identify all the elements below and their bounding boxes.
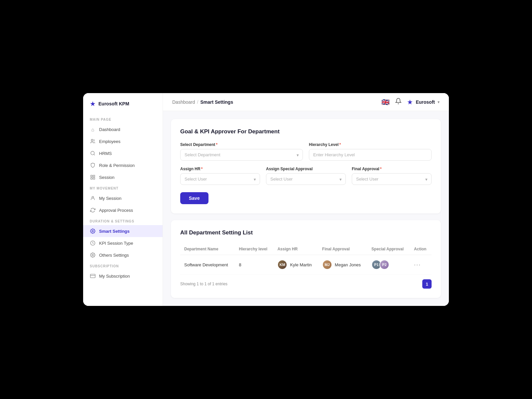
user-star-icon: ★ — [407, 98, 413, 106]
svg-point-1 — [91, 151, 94, 155]
sidebar-section-main: Main Page — [83, 114, 163, 123]
hierarchy-level-group: Hierarchy Level* — [309, 142, 432, 161]
assign-hr-group: Assign HR* Select User — [180, 167, 260, 185]
breadcrumb-home: Dashboard — [172, 99, 195, 105]
final-approval-input[interactable]: Select User — [352, 173, 432, 185]
breadcrumb: Dashboard / Smart Settings — [172, 99, 233, 105]
employees-icon — [90, 138, 96, 144]
subscription-icon — [90, 273, 96, 279]
table-container: Department Name Hierarchy level Assign H… — [180, 243, 432, 275]
col-assign-hr: Assign HR — [273, 243, 318, 255]
final-approval-wrapper: Select User — [352, 173, 432, 185]
assign-special-input[interactable]: Select User — [266, 173, 346, 185]
svg-rect-6 — [93, 178, 95, 179]
assign-special-group: Assign Special Approval Select User — [266, 167, 346, 185]
pagination: 1 — [422, 279, 432, 289]
cell-special-approval: P1 P2 — [367, 255, 410, 275]
svg-rect-4 — [93, 175, 95, 177]
sidebar-logo: ★ Eurosoft KPM — [83, 100, 163, 114]
smart-settings-icon — [90, 228, 96, 234]
final-approval-group: Final Approval* Select User — [352, 167, 432, 185]
sidebar-item-smart-settings[interactable]: Smart Settings — [83, 225, 163, 237]
table-card: All Department Setting List Department N… — [171, 220, 441, 298]
sidebar-item-my-session[interactable]: My Session — [83, 192, 163, 204]
sidebar-label-kpi: KPI Session Type — [99, 241, 133, 246]
svg-point-8 — [92, 230, 93, 232]
svg-rect-11 — [90, 274, 95, 278]
page-content: Goal & KPI Approver For Department Selec… — [163, 111, 449, 306]
table-header-row: Department Name Hierarchy level Assign H… — [180, 243, 432, 255]
my-session-icon — [90, 195, 96, 201]
logo-star-icon: ★ — [90, 100, 96, 108]
sidebar-item-dashboard[interactable]: ⌂ Dashboard — [83, 123, 163, 135]
avatar-megan: MJ — [322, 260, 332, 270]
col-dept-name: Department Name — [180, 243, 235, 255]
user-name: Eurosoft — [416, 99, 435, 105]
select-department-input[interactable]: Select Department — [180, 149, 303, 161]
cell-final-approval: MJ Megan Jones — [318, 255, 367, 275]
form-card-title: Goal & KPI Approver For Department — [180, 128, 432, 135]
avatar-kyle: KM — [277, 260, 287, 270]
svg-rect-5 — [91, 178, 92, 179]
table-footer: Showing 1 to 1 of 1 entries 1 — [180, 275, 432, 289]
svg-point-10 — [92, 254, 93, 256]
sidebar-label-role: Role & Permission — [99, 163, 135, 168]
col-hierarchy: Hierarchy level — [235, 243, 274, 255]
sidebar-label-subscription: My Subscription — [99, 274, 130, 279]
action-menu-button[interactable]: ··· — [414, 261, 421, 268]
select-department-label: Select Department* — [180, 142, 303, 147]
sidebar-item-session[interactable]: Session — [83, 171, 163, 183]
breadcrumb-current: Smart Settings — [200, 99, 233, 105]
session-icon — [90, 174, 96, 180]
sidebar-label-session: Session — [99, 175, 114, 180]
sidebar-item-hrms[interactable]: HRMS — [83, 147, 163, 159]
flag-icon[interactable]: 🇬🇧 — [381, 98, 390, 106]
sidebar: ★ Eurosoft KPM Main Page ⌂ Dashboard Emp… — [83, 93, 163, 306]
save-button[interactable]: Save — [180, 192, 208, 204]
sidebar-item-employees[interactable]: Employees — [83, 135, 163, 147]
sidebar-label-approval: Approval Process — [99, 208, 133, 213]
col-special-approval: Special Approval — [367, 243, 410, 255]
hierarchy-level-input[interactable] — [309, 149, 432, 161]
topbar-right: 🇬🇧 ★ Eurosoft ▾ — [381, 98, 440, 106]
breadcrumb-sep: / — [197, 99, 199, 105]
sidebar-item-role-permission[interactable]: Role & Permission — [83, 159, 163, 171]
avatar-special-2: P2 — [379, 260, 389, 270]
assign-special-label: Assign Special Approval — [266, 167, 346, 171]
sidebar-label-smart-settings: Smart Settings — [99, 229, 130, 234]
approval-icon — [90, 207, 96, 213]
showing-text: Showing 1 to 1 of 1 entries — [180, 282, 227, 286]
assign-hr-input[interactable]: Select User — [180, 173, 260, 185]
sidebar-label-employees: Employees — [99, 139, 120, 144]
page-1-button[interactable]: 1 — [422, 279, 432, 289]
assign-hr-label: Assign HR* — [180, 167, 260, 171]
sidebar-item-others-settings[interactable]: Others Settings — [83, 249, 163, 261]
sidebar-item-subscription[interactable]: My Subscription — [83, 270, 163, 282]
cell-dept-name: Software Development — [180, 255, 235, 275]
assign-hr-wrapper: Select User — [180, 173, 260, 185]
final-approval-name: Megan Jones — [335, 262, 361, 267]
table-card-title: All Department Setting List — [180, 229, 432, 236]
home-icon: ⌂ — [90, 126, 96, 132]
col-action: Action — [410, 243, 432, 255]
sidebar-label-hrms: HRMS — [99, 151, 112, 156]
user-area[interactable]: ★ Eurosoft ▾ — [407, 98, 440, 106]
sidebar-section-subscription: Subscription — [83, 261, 163, 270]
hierarchy-level-label: Hierarchy Level* — [309, 142, 432, 147]
sidebar-item-approval[interactable]: Approval Process — [83, 204, 163, 216]
sidebar-label-my-session: My Session — [99, 196, 121, 201]
sidebar-section-movement: My Movement — [83, 183, 163, 192]
svg-line-2 — [94, 154, 95, 155]
select-department-group: Select Department* Select Department — [180, 142, 303, 161]
main-content: Dashboard / Smart Settings 🇬🇧 ★ Eurosoft… — [163, 93, 449, 306]
svg-rect-3 — [91, 175, 92, 177]
sidebar-section-settings: Duration & Settings — [83, 216, 163, 225]
svg-point-0 — [91, 139, 93, 141]
chevron-down-icon: ▾ — [438, 100, 440, 104]
assign-hr-name: Kyle Martin — [290, 262, 312, 267]
assign-special-wrapper: Select User — [266, 173, 346, 185]
hrms-icon — [90, 150, 96, 156]
kpi-icon — [90, 240, 96, 246]
sidebar-item-kpi-session[interactable]: KPI Session Type — [83, 237, 163, 249]
bell-icon[interactable] — [395, 98, 402, 106]
